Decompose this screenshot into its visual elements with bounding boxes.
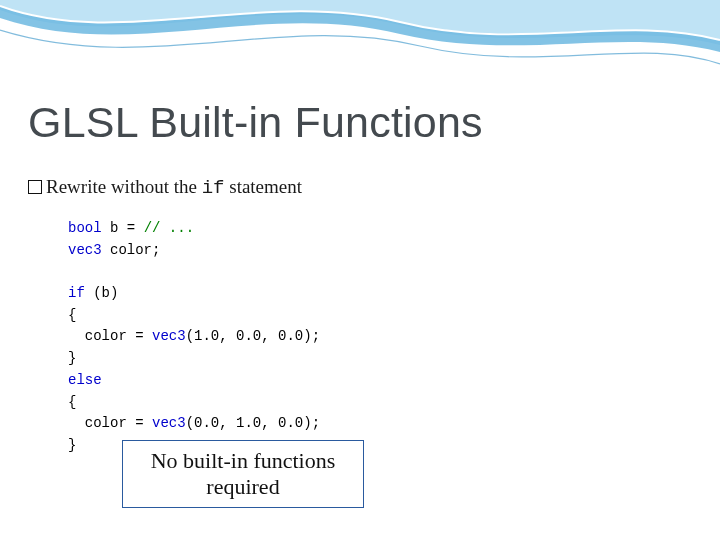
code-t: color;: [102, 242, 161, 258]
code-t: (0.0, 1.0, 0.0);: [186, 415, 320, 431]
code-t: (1.0, 0.0, 0.0);: [186, 328, 320, 344]
code-t: b =: [102, 220, 144, 236]
code-t: (b): [85, 285, 119, 301]
code-t: color =: [68, 328, 152, 344]
comment: // ...: [144, 220, 194, 236]
kw-vec3: vec3: [152, 328, 186, 344]
kw-vec3: vec3: [68, 242, 102, 258]
kw-bool: bool: [68, 220, 102, 236]
callout-text: No built-in functions required: [123, 448, 363, 500]
kw-else: else: [68, 372, 102, 388]
square-bullet-icon: [28, 180, 42, 194]
callout-box: No built-in functions required: [122, 440, 364, 508]
code-t: {: [68, 307, 76, 323]
subtitle-code: if: [202, 177, 225, 199]
subtitle: Rewrite without the if statement: [28, 176, 302, 199]
kw-vec3: vec3: [152, 415, 186, 431]
code-t: color =: [68, 415, 152, 431]
page-title: GLSL Built-in Functions: [28, 98, 483, 147]
code-t: {: [68, 394, 76, 410]
code-block: bool b = // ... vec3 color; if (b) { col…: [68, 218, 320, 457]
code-t: }: [68, 437, 76, 453]
kw-if: if: [68, 285, 85, 301]
subtitle-suffix: statement: [224, 176, 302, 197]
subtitle-prefix: Rewrite without the: [46, 176, 202, 197]
decorative-wave: [0, 0, 720, 80]
slide: GLSL Built-in Functions Rewrite without …: [0, 0, 720, 540]
code-t: }: [68, 350, 76, 366]
